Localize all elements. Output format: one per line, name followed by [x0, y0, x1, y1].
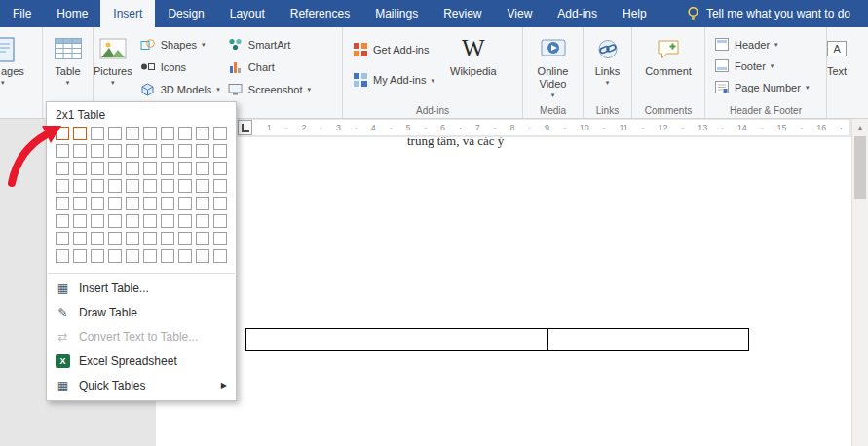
my-addins-button[interactable]: My Add-ins ▾ — [352, 73, 450, 88]
tab-help[interactable]: Help — [610, 0, 660, 27]
table-size-cell[interactable] — [213, 127, 227, 140]
table-size-cell[interactable] — [143, 127, 157, 140]
table-size-cell[interactable] — [73, 197, 87, 210]
document-page[interactable]: trung tâm, và các ý — [156, 137, 851, 446]
table-size-cell[interactable] — [196, 197, 209, 210]
tab-review[interactable]: Review — [431, 0, 494, 27]
table-size-cell[interactable] — [178, 162, 192, 175]
screenshot-button[interactable]: Screenshot ▾ — [227, 82, 311, 96]
document-table-cell[interactable] — [245, 328, 548, 351]
scroll-up-icon[interactable]: ▲ — [852, 119, 868, 134]
table-size-cell[interactable] — [196, 249, 209, 263]
table-size-cell[interactable] — [161, 232, 174, 245]
table-size-cell[interactable] — [178, 214, 192, 228]
table-size-cell[interactable] — [196, 127, 209, 140]
table-size-cell[interactable] — [178, 127, 192, 140]
table-size-cell[interactable] — [196, 179, 209, 193]
table-size-cell[interactable] — [161, 144, 174, 158]
tab-view[interactable]: View — [495, 0, 546, 27]
tab-design[interactable]: Design — [155, 0, 216, 27]
table-size-cell[interactable] — [213, 144, 227, 158]
table-size-cell[interactable] — [213, 214, 227, 228]
table-size-cell[interactable] — [108, 214, 122, 228]
tab-mailings[interactable]: Mailings — [362, 0, 431, 27]
table-size-cell[interactable] — [73, 162, 87, 175]
table-size-cell[interactable] — [143, 214, 157, 228]
table-size-cell[interactable] — [91, 197, 104, 210]
page-number-button[interactable]: Page Number ▾ — [713, 80, 809, 94]
table-size-cell[interactable] — [161, 179, 174, 193]
table-size-cell[interactable] — [126, 162, 139, 175]
text-box-button[interactable]: A Text — [827, 27, 847, 118]
table-size-cell[interactable] — [178, 249, 192, 263]
table-size-cell[interactable] — [126, 214, 139, 228]
table-size-cell[interactable] — [213, 162, 227, 175]
table-size-cell[interactable] — [161, 162, 174, 175]
table-size-cell[interactable] — [73, 127, 87, 140]
table-size-cell[interactable] — [56, 249, 69, 263]
tab-file[interactable]: File — [0, 0, 44, 27]
table-size-cell[interactable] — [213, 249, 227, 263]
table-size-cell[interactable] — [126, 127, 139, 140]
chart-button[interactable]: Chart — [227, 59, 311, 74]
header-button[interactable]: Header ▾ — [713, 37, 809, 52]
table-size-cell[interactable] — [91, 144, 104, 158]
table-size-cell[interactable] — [73, 179, 87, 193]
table-size-cell[interactable] — [56, 127, 69, 140]
table-size-cell[interactable] — [213, 197, 227, 210]
table-size-cell[interactable] — [178, 232, 192, 245]
table-size-cell[interactable] — [213, 232, 227, 245]
table-size-cell[interactable] — [73, 214, 87, 228]
table-size-cell[interactable] — [143, 197, 157, 210]
footer-button[interactable]: Footer ▾ — [713, 58, 809, 73]
table-size-cell[interactable] — [108, 144, 122, 158]
table-size-cell[interactable] — [126, 232, 139, 245]
table-size-cell[interactable] — [56, 214, 69, 228]
table-size-cell[interactable] — [56, 232, 69, 245]
3d-models-button[interactable]: 3D Models ▾ — [139, 82, 220, 96]
table-size-cell[interactable] — [161, 197, 174, 210]
scrollbar-thumb[interactable] — [854, 136, 866, 199]
tell-me-box[interactable]: Tell me what you want to do — [687, 0, 868, 27]
smartart-button[interactable]: SmartArt — [227, 37, 311, 52]
table-size-cell[interactable] — [196, 214, 209, 228]
table-size-cell[interactable] — [91, 249, 104, 263]
vertical-scrollbar[interactable]: ▲ — [851, 119, 868, 446]
table-size-cell[interactable] — [108, 249, 122, 263]
table-size-cell[interactable] — [108, 179, 122, 193]
table-size-cell[interactable] — [56, 162, 69, 175]
tab-references[interactable]: References — [278, 0, 362, 27]
tab-insert[interactable]: Insert — [100, 0, 155, 27]
menu-item-excel-spreadsheet[interactable]: XExcel Spreadsheet — [47, 349, 236, 373]
shapes-button[interactable]: Shapes ▾ — [139, 37, 220, 52]
table-size-cell[interactable] — [178, 179, 192, 193]
table-size-cell[interactable] — [108, 232, 122, 245]
tab-stop-selector[interactable] — [238, 120, 252, 135]
table-size-cell[interactable] — [56, 179, 69, 193]
table-size-cell[interactable] — [108, 197, 122, 210]
table-size-cell[interactable] — [196, 162, 209, 175]
table-size-cell[interactable] — [213, 179, 227, 193]
table-size-cell[interactable] — [143, 232, 157, 245]
table-size-cell[interactable] — [161, 249, 174, 263]
menu-item-draw-table[interactable]: ✎Draw Table — [47, 300, 236, 324]
table-size-cell[interactable] — [161, 214, 174, 228]
table-size-cell[interactable] — [126, 179, 139, 193]
table-size-cell[interactable] — [91, 162, 104, 175]
table-size-cell[interactable] — [73, 144, 87, 158]
table-size-cell[interactable] — [108, 162, 122, 175]
table-size-cell[interactable] — [126, 144, 139, 158]
ruler-scale[interactable]: ·1·2·3·4·5·6·7·8·9·10·11·12·13·14·15·16· — [244, 120, 849, 135]
table-size-cell[interactable] — [91, 214, 104, 228]
table-size-cell[interactable] — [196, 144, 209, 158]
table-size-cell[interactable] — [161, 127, 174, 140]
table-size-cell[interactable] — [73, 249, 87, 263]
tab-add-ins[interactable]: Add-ins — [545, 0, 610, 27]
table-size-cell[interactable] — [143, 249, 157, 263]
table-size-cell[interactable] — [91, 127, 104, 140]
table-size-cell[interactable] — [91, 179, 104, 193]
table-size-cell[interactable] — [178, 197, 192, 210]
table-size-cell[interactable] — [126, 249, 139, 263]
table-size-cell[interactable] — [108, 127, 122, 140]
document-table-cell[interactable] — [547, 328, 749, 351]
